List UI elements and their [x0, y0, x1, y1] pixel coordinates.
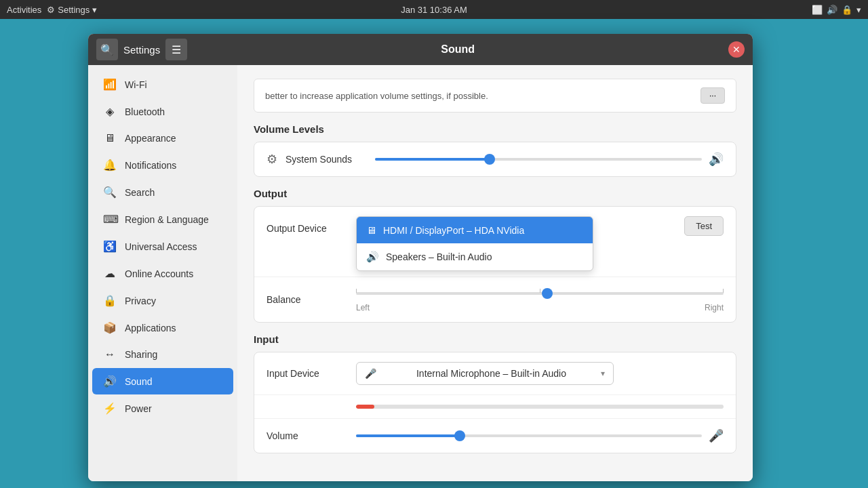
system-sounds-row: ⚙ System Sounds 🔊	[254, 142, 736, 176]
gear-icon: ⚙	[47, 5, 55, 15]
input-device-label: Input Device	[267, 368, 348, 379]
slider-thumb[interactable]	[484, 154, 495, 165]
tick-right	[723, 289, 724, 293]
slider-track	[375, 158, 702, 161]
power-icon: ⚡	[103, 402, 117, 415]
balance-slider[interactable]: Left Right	[356, 287, 724, 312]
input-level-bar	[356, 405, 724, 409]
titlebar: 🔍 Settings ☰ Sound ✕	[88, 34, 753, 65]
input-card: Input Device 🎤 Internal Microphone – Bui…	[254, 352, 736, 453]
speakers-label: Speakers – Built-in Audio	[386, 251, 492, 262]
balance-thumb[interactable]	[542, 288, 553, 299]
balance-left-label: Left	[356, 303, 370, 312]
balance-content: Left Right	[356, 287, 724, 312]
balance-label: Balance	[267, 294, 348, 305]
online-accounts-icon: ☁	[103, 267, 117, 280]
universal-access-icon: ♿	[103, 240, 117, 253]
sidebar-item-notifications[interactable]: 🔔 Notifications	[92, 152, 233, 178]
topbar-tray: ⬜ 🔊 🔒 ▾	[812, 5, 861, 15]
input-slider-track	[356, 434, 702, 437]
sidebar-label-privacy: Privacy	[125, 296, 156, 306]
input-device-select[interactable]: 🎤 Internal Microphone – Built-in Audio ▾	[356, 362, 614, 385]
mute-icon[interactable]: 🎤	[709, 428, 724, 443]
topbar-datetime: Jan 31 10:36 AM	[401, 5, 467, 15]
sidebar-label-universal-access: Universal Access	[125, 241, 197, 252]
topbar-settings-menu[interactable]: ⚙ Settings ▾	[47, 5, 97, 15]
sidebar-label-region: Region & Language	[125, 214, 209, 225]
volume-levels-title: Volume Levels	[254, 123, 736, 135]
sidebar-item-universal-access[interactable]: ♿ Universal Access	[92, 233, 233, 260]
activities-button[interactable]: Activities	[7, 5, 41, 15]
sidebar-label-appearance: Appearance	[125, 133, 176, 144]
input-device-content: 🎤 Internal Microphone – Built-in Audio ▾	[356, 362, 724, 385]
sidebar-label-notifications: Notifications	[125, 160, 176, 171]
bluetooth-icon: ◈	[103, 105, 117, 118]
notice-action-button[interactable]: ···	[701, 87, 725, 104]
output-device-dropdown[interactable]: 🖥 HDMI / DisplayPort – HDA NVidia 🔊 Spea…	[356, 216, 677, 271]
sidebar-item-applications[interactable]: 📦 Applications	[92, 314, 233, 341]
volume-label: Volume	[267, 430, 348, 441]
dropdown-option-hdmi[interactable]: 🖥 HDMI / DisplayPort – HDA NVidia	[357, 217, 593, 243]
sidebar-item-power[interactable]: ⚡ Power	[92, 395, 233, 422]
system-sounds-slider-container: 🔊	[375, 152, 724, 167]
input-device-row: Input Device 🎤 Internal Microphone – Bui…	[254, 352, 736, 395]
volume-row: Volume 🎤	[254, 419, 736, 453]
volume-icon[interactable]: 🔊	[827, 5, 837, 15]
input-title: Input	[254, 333, 736, 345]
chevron-down-icon: ▾	[601, 369, 605, 378]
input-volume-slider[interactable]	[356, 434, 702, 437]
sidebar-label-online-accounts: Online Accounts	[125, 268, 193, 279]
system-sounds-label: System Sounds	[285, 154, 367, 165]
wifi-icon: 📶	[103, 78, 117, 91]
region-icon: ⌨	[103, 213, 117, 226]
input-slider-thumb[interactable]	[454, 430, 465, 441]
test-button[interactable]: Test	[684, 216, 724, 236]
sidebar-item-online-accounts[interactable]: ☁ Online Accounts	[92, 260, 233, 287]
close-button[interactable]: ✕	[728, 41, 745, 58]
topbar: Activities ⚙ Settings ▾ Jan 31 10:36 AM …	[0, 0, 868, 19]
titlebar-left: 🔍 Settings ☰	[96, 39, 187, 60]
tick-center	[540, 289, 540, 293]
titlebar-settings-label: Settings	[123, 44, 160, 56]
system-sounds-slider[interactable]	[375, 158, 702, 161]
appearance-icon: 🖥	[103, 132, 117, 144]
speakers-icon: 🔊	[366, 251, 379, 263]
titlebar-menu-button[interactable]: ☰	[165, 39, 187, 60]
output-dropdown-list: 🖥 HDMI / DisplayPort – HDA NVidia 🔊 Spea…	[356, 216, 593, 271]
hdmi-icon: 🖥	[366, 224, 376, 236]
notice-bar: better to increase application volume se…	[254, 79, 736, 113]
sidebar-item-sound[interactable]: 🔊 Sound	[92, 368, 233, 394]
sidebar-item-bluetooth[interactable]: ◈ Bluetooth	[92, 98, 233, 125]
privacy-icon: 🔒	[103, 294, 117, 307]
volume-levels-card: ⚙ System Sounds 🔊	[254, 142, 736, 177]
input-device-value: Internal Microphone – Built-in Audio	[416, 368, 566, 379]
balance-labels: Left Right	[356, 303, 724, 312]
hdmi-label: HDMI / DisplayPort – HDA NVidia	[383, 225, 524, 236]
tray-chevron-icon[interactable]: ▾	[856, 5, 861, 15]
output-device-label: Output Device	[267, 216, 348, 234]
input-level-row	[254, 395, 736, 419]
balance-track-row	[356, 287, 724, 300]
input-level-content	[356, 405, 724, 409]
dropdown-option-speakers[interactable]: 🔊 Speakers – Built-in Audio	[357, 243, 593, 270]
titlebar-search-button[interactable]: 🔍	[96, 39, 118, 60]
window-icon: ⬜	[812, 5, 823, 15]
volume-content: 🎤	[356, 428, 724, 443]
sidebar-item-search[interactable]: 🔍 Search	[92, 179, 233, 205]
window-body: 📶 Wi-Fi ◈ Bluetooth 🖥 Appearance 🔔 Notif…	[88, 65, 753, 481]
chevron-down-icon: ▾	[92, 5, 97, 15]
sidebar-item-sharing[interactable]: ↔ Sharing	[92, 342, 233, 367]
output-device-row: Output Device 🖥 HDMI / DisplayPort – HDA…	[254, 207, 736, 277]
applications-icon: 📦	[103, 321, 117, 334]
sidebar-label-search: Search	[125, 187, 155, 198]
search-icon: 🔍	[103, 186, 117, 199]
sidebar-item-privacy[interactable]: 🔒 Privacy	[92, 287, 233, 314]
balance-track	[356, 292, 724, 295]
sidebar-item-wifi[interactable]: 📶 Wi-Fi	[92, 71, 233, 98]
titlebar-title: Sound	[187, 43, 728, 56]
sidebar-label-sound: Sound	[125, 376, 152, 387]
sidebar-item-appearance[interactable]: 🖥 Appearance	[92, 125, 233, 151]
sidebar-item-region[interactable]: ⌨ Region & Language	[92, 206, 233, 232]
sharing-icon: ↔	[103, 348, 117, 361]
output-card: Output Device 🖥 HDMI / DisplayPort – HDA…	[254, 206, 736, 323]
